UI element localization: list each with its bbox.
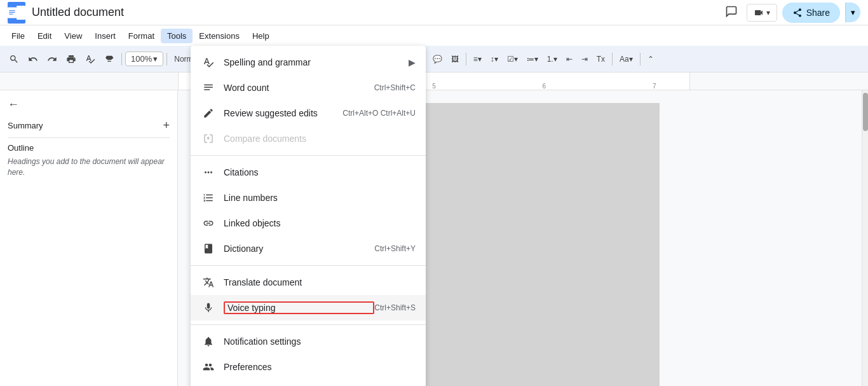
indent-less-btn[interactable]: ⇤ [562,52,576,66]
menu-tools[interactable]: Tools [161,29,193,43]
menu-edit[interactable]: Edit [31,29,58,43]
reviewedits-label: Review suggested edits [224,108,342,118]
citations-label: Citations [224,167,416,177]
citations-icon [201,165,216,180]
zoom-select[interactable]: 100% ▾ [125,52,163,66]
comparedocs-label: Compare documents [224,134,416,144]
main-area: ← Summary + Outline Headings you add to … [0,90,868,386]
wordcount-shortcut: Ctrl+Shift+C [374,83,416,92]
spelling-icon [201,55,216,70]
summary-add-button[interactable]: + [163,119,170,132]
menu-item-linenumbers[interactable]: Line numbers [191,185,426,210]
dictionary-shortcut: Ctrl+Shift+Y [374,244,416,253]
voicetyping-label: Voice typing [224,301,374,314]
menu-format[interactable]: Format [122,29,161,43]
sidebar-divider [8,137,170,138]
microphone-icon [201,300,216,315]
wordcount-label: Word count [224,83,374,93]
summary-label: Summary [8,121,43,130]
zoom-level: 100% [131,54,152,64]
paint-format-btn[interactable] [100,52,118,67]
linkedobjects-icon [201,216,216,231]
toolbar-sep-7 [466,53,466,65]
voicetyping-shortcut: Ctrl+Shift+S [374,303,416,312]
scrollbar-thumb[interactable] [863,93,868,131]
text-format-btn[interactable]: Aa▾ [616,52,637,66]
dropdown-sep-2 [191,265,426,266]
clear-format-btn[interactable]: Tx [593,52,609,66]
dictionary-icon [201,241,216,256]
notification-icon [201,334,216,349]
dropdown-sep-1 [191,155,426,156]
comment-btn[interactable]: 💬 [429,52,446,66]
menu-item-comparedocs: Compare documents [191,126,426,151]
meet-button[interactable]: ▾ [747,4,777,22]
menu-item-translate[interactable]: Translate document [191,270,426,295]
outline-label: Outline [8,143,170,153]
spelling-label: Spelling and grammar [224,57,409,67]
dropdown-sep-3 [191,324,426,325]
comparedocs-icon [201,131,216,146]
spelling-arrow: ▶ [409,57,416,67]
translate-label: Translate document [224,277,416,287]
menu-item-spelling[interactable]: Spelling and grammar ▶ [191,50,426,75]
search-toolbar-btn[interactable] [5,52,23,67]
indent-more-btn[interactable]: ⇥ [578,52,592,66]
menu-help[interactable]: Help [246,29,276,43]
image-btn[interactable]: 🖼 [447,52,463,66]
align-btn[interactable]: ≡▾ [470,52,485,66]
title-bar-actions: ▾ Share ▾ [721,1,860,24]
menu-bar: File Edit View Insert Format Tools Exten… [0,25,868,46]
menu-item-linkedobjects[interactable]: Linked objects [191,210,426,236]
undo-btn[interactable] [24,52,42,67]
toolbar-sep-9 [640,53,641,65]
toolbar-sep-2 [166,53,167,65]
expand-btn[interactable]: ⌃ [644,52,658,66]
menu-view[interactable]: View [58,29,88,43]
summary-row: Summary + [8,119,170,132]
toolbar-sep-1 [121,53,122,65]
svg-rect-3 [9,13,13,14]
title-bar: Untitled document ▾ Share ▾ [0,0,868,25]
menu-item-citations[interactable]: Citations [191,160,426,185]
menu-item-voicetyping[interactable]: Voice typing Ctrl+Shift+S [191,295,426,321]
numbered-btn[interactable]: 1.▾ [543,52,561,66]
notification-label: Notification settings [224,336,416,347]
svg-rect-2 [9,11,15,12]
redo-btn[interactable] [43,52,61,67]
menu-item-accessibility[interactable]: Accessibility [191,380,426,386]
menu-item-notification[interactable]: Notification settings [191,329,426,354]
vertical-scrollbar[interactable] [862,90,868,386]
reviewedits-icon [201,106,216,121]
linkedobjects-label: Linked objects [224,218,416,228]
translate-icon [201,275,216,290]
menu-item-wordcount[interactable]: Word count Ctrl+Shift+C [191,75,426,100]
reviewedits-shortcut: Ctrl+Alt+O Ctrl+Alt+U [342,109,416,118]
bullet-btn[interactable]: ≔▾ [523,52,542,66]
preferences-icon [201,359,216,375]
share-dropdown-button[interactable]: ▾ [845,3,860,22]
menu-item-preferences[interactable]: Preferences [191,354,426,380]
back-arrow-icon: ← [8,98,19,111]
svg-rect-1 [9,10,15,11]
print-btn[interactable] [62,52,80,67]
share-button[interactable]: Share [782,3,840,23]
menu-item-dictionary[interactable]: Dictionary Ctrl+Shift+Y [191,236,426,261]
menu-insert[interactable]: Insert [88,29,122,43]
tools-dropdown-menu: Spelling and grammar ▶ Word count Ctrl+S… [191,46,426,386]
menu-item-reviewedits[interactable]: Review suggested edits Ctrl+Alt+O Ctrl+A… [191,100,426,126]
svg-rect-5 [204,87,213,88]
spellcheck-btn[interactable] [81,52,99,67]
linenumbers-icon [201,190,216,205]
line-spacing-btn[interactable]: ↕▾ [487,52,502,66]
menu-extensions[interactable]: Extensions [193,29,246,43]
wordcount-icon [201,80,216,95]
menu-file[interactable]: File [5,29,31,43]
checklist-btn[interactable]: ☑▾ [503,52,522,66]
svg-rect-4 [204,85,213,86]
share-label: Share [806,8,830,18]
ruler: 3 4 5 6 7 [0,72,868,90]
doc-icon [8,2,25,24]
comments-button[interactable] [721,1,742,24]
sidebar-back-button[interactable]: ← [8,98,170,111]
